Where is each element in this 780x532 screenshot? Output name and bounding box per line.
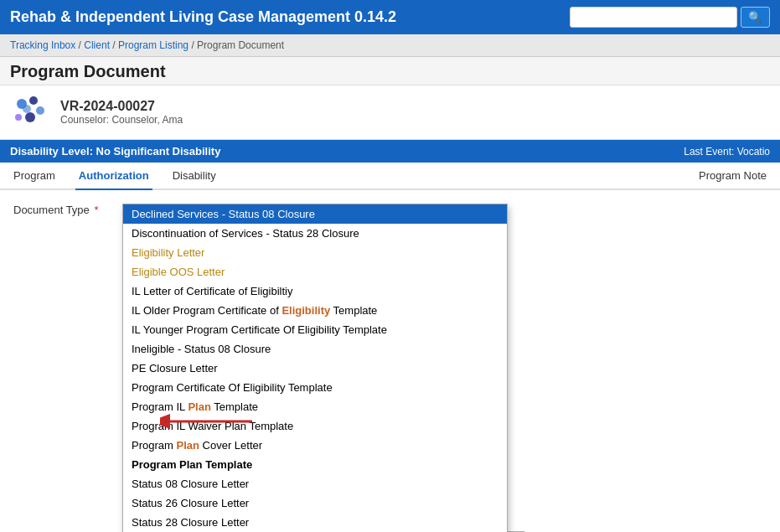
tabs-bar: Program Authorization Disability Program… [0, 163, 780, 190]
last-event: Last Event: Vocatio [684, 146, 770, 158]
breadcrumb-client[interactable]: Client [84, 39, 110, 51]
dropdown-item-15[interactable]: Status 26 Closure Letter [123, 493, 507, 513]
dropdown-item-16[interactable]: Status 28 Closure Letter [123, 513, 507, 532]
tab-disability[interactable]: Disability [169, 163, 220, 190]
dropdown-item-8[interactable]: PE Closure Letter [123, 359, 507, 378]
document-type-row: Document Type * Declined Services - Stat… [13, 204, 767, 216]
dropdown-item-13[interactable]: Program Plan Template [123, 455, 507, 474]
dropdown-item-6[interactable]: IL Younger Program Certificate Of Eligib… [123, 320, 507, 339]
client-counselor: Counselor: Counselor, Ama [60, 114, 183, 126]
dropdown-item-0[interactable]: Declined Services - Status 08 Closure [123, 204, 507, 224]
page-title-bar: Program Document [0, 57, 780, 85]
dropdown-item-11[interactable]: Program IL Waiver Plan Template [123, 416, 507, 436]
tab-program[interactable]: Program [10, 163, 59, 190]
search-input[interactable] [570, 7, 737, 28]
top-bar: Rehab & Independent Living Case Manageme… [0, 0, 780, 34]
client-id: VR-2024-00027 [60, 99, 183, 114]
document-type-label: Document Type * [13, 204, 131, 216]
dropdown-item-14[interactable]: Status 08 Closure Letter [123, 474, 507, 493]
disability-level: Disability Level: No Significant Disabil… [10, 145, 220, 158]
dropdown-item-10[interactable]: Program IL Plan Template [123, 397, 507, 416]
form-area: Document Type * Declined Services - Stat… [0, 190, 780, 532]
dropdown-item-1[interactable]: Discontinuation of Services - Status 28 … [123, 224, 507, 243]
client-details: VR-2024-00027 Counselor: Counselor, Ama [60, 99, 183, 126]
document-type-dropdown[interactable]: Declined Services - Status 08 Closure Di… [122, 204, 508, 532]
app-title: Rehab & Independent Living Case Manageme… [10, 8, 396, 26]
search-area: 🔍 [570, 7, 770, 28]
dropdown-item-4[interactable]: IL Letter of Certificate of Eligibiltiy [123, 281, 507, 301]
svg-point-2 [36, 106, 44, 115]
breadcrumb-tracking-inbox[interactable]: Tracking Inbox [10, 39, 75, 51]
client-logo-icon [10, 92, 50, 132]
search-button[interactable]: 🔍 [741, 7, 770, 28]
required-star: * [94, 204, 98, 216]
dropdown-item-2[interactable]: Eligibility Letter [123, 243, 507, 262]
breadcrumb: Tracking Inbox / Client / Program Listin… [0, 34, 780, 57]
breadcrumb-program-listing[interactable]: Program Listing [118, 39, 189, 51]
svg-point-3 [25, 112, 35, 122]
breadcrumb-current: Program Document [197, 39, 284, 51]
dropdown-item-5[interactable]: IL Older Program Certificate of Eligibil… [123, 301, 507, 320]
dropdown-item-7[interactable]: Ineligible - Status 08 Closure [123, 339, 507, 359]
dropdown-item-12[interactable]: Program Plan Cover Letter [123, 436, 507, 455]
svg-point-5 [23, 105, 31, 113]
page-title: Program Document [10, 62, 770, 81]
tab-authorization[interactable]: Authorization [75, 163, 152, 190]
svg-point-4 [15, 114, 22, 121]
disability-bar: Disability Level: No Significant Disabil… [0, 140, 780, 163]
client-info-bar: VR-2024-00027 Counselor: Counselor, Ama [0, 85, 780, 140]
dropdown-item-3[interactable]: Eligible OOS Letter [123, 262, 507, 281]
tab-program-note[interactable]: Program Note [695, 163, 770, 190]
svg-point-1 [29, 96, 38, 105]
dropdown-item-9[interactable]: Program Certificate Of Eligibility Templ… [123, 378, 507, 397]
